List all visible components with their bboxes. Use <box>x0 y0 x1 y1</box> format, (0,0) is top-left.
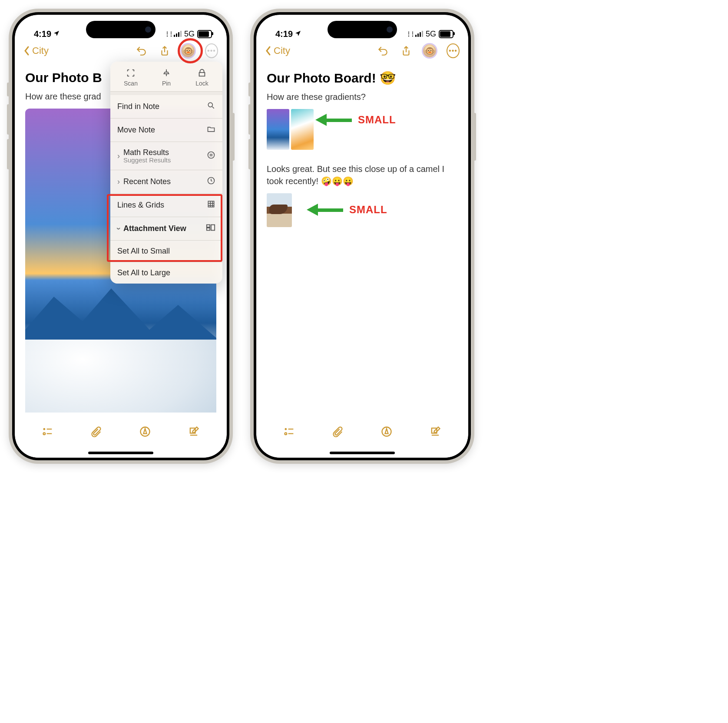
svg-point-7 <box>43 428 46 430</box>
svg-rect-6 <box>211 225 215 231</box>
menu-lock[interactable]: Lock <box>184 68 220 87</box>
battery-icon <box>439 30 453 38</box>
menu-set-all-large[interactable]: Set All to Large <box>110 262 222 284</box>
attachment-icon[interactable] <box>331 424 345 439</box>
note-image-small[interactable] <box>291 109 314 150</box>
battery-icon <box>197 30 212 38</box>
folder-icon <box>207 125 215 135</box>
svg-point-8 <box>43 432 46 435</box>
location-icon <box>53 29 60 39</box>
search-icon <box>207 101 215 112</box>
svg-rect-5 <box>207 228 210 231</box>
checklist-icon[interactable] <box>282 424 297 439</box>
lock-icon <box>184 68 220 78</box>
menu-set-all-small[interactable]: Set All to Small <box>110 241 222 262</box>
thumbnail-row-2 <box>267 193 458 227</box>
svg-rect-4 <box>207 225 210 228</box>
mute-switch <box>7 83 10 96</box>
attachment-icon[interactable] <box>89 424 104 439</box>
mute-switch <box>248 83 251 96</box>
grid-icon <box>207 200 215 211</box>
note-title[interactable]: Our Photo Board! 🤓 <box>267 70 458 86</box>
attachment-view-icon <box>206 223 215 234</box>
volume-up-button <box>7 104 10 135</box>
volume-down-button <box>248 139 251 169</box>
menu-recent[interactable]: ›Recent Notes <box>110 170 222 194</box>
menu-move[interactable]: Move Note <box>110 119 222 142</box>
note-text-line[interactable]: Looks great. But see this close up of a … <box>267 163 458 187</box>
menu-math[interactable]: › Math Results Suggest Results <box>110 142 222 170</box>
markup-icon[interactable] <box>138 424 152 439</box>
menu-find[interactable]: Find in Note <box>110 95 222 119</box>
menu-lines-grids[interactable]: Lines & Grids <box>110 194 222 217</box>
svg-point-10 <box>285 428 287 430</box>
compose-icon[interactable] <box>428 424 443 439</box>
svg-rect-3 <box>208 201 214 207</box>
chevron-right-icon: › <box>117 152 120 161</box>
location-icon <box>295 29 301 39</box>
scan-icon <box>113 68 149 78</box>
checklist-icon[interactable] <box>40 424 55 439</box>
note-body: Our Photo Board! 🤓 How are these gradien… <box>256 66 468 419</box>
chevron-down-icon: › <box>114 228 123 230</box>
status-time: 4:19 <box>275 29 293 39</box>
pin-icon <box>149 68 184 78</box>
note-image-small[interactable] <box>267 109 289 150</box>
volume-down-button <box>7 139 10 169</box>
menu-pin[interactable]: Pin <box>149 68 184 87</box>
markup-icon[interactable] <box>379 424 394 439</box>
svg-point-11 <box>285 432 287 435</box>
menu-attachment-view[interactable]: ›Attachment View <box>110 217 222 241</box>
network-label: 5G <box>184 30 195 39</box>
phone-right: 4:19 5G City <box>250 9 474 464</box>
equals-icon <box>207 151 215 162</box>
compose-icon[interactable] <box>186 424 201 439</box>
phone-left: 4:19 5G City <box>9 9 233 464</box>
bottom-toolbar <box>256 413 468 458</box>
chevron-right-icon: › <box>117 177 120 186</box>
note-text-line[interactable]: How are these gradients? <box>267 91 458 103</box>
more-menu: Scan Pin Lock Find in Note Move Note <box>110 62 222 284</box>
dynamic-island <box>86 21 156 38</box>
signal-icon <box>406 31 423 37</box>
clock-icon <box>207 176 215 187</box>
dynamic-island <box>328 21 397 38</box>
home-indicator[interactable] <box>88 452 153 454</box>
note-image-small[interactable] <box>267 193 292 227</box>
svg-point-1 <box>208 152 215 158</box>
thumbnail-row-1 <box>267 109 458 150</box>
signal-icon <box>165 31 182 37</box>
bottom-toolbar <box>15 413 227 458</box>
home-indicator[interactable] <box>330 452 395 454</box>
volume-up-button <box>248 104 251 135</box>
svg-point-0 <box>208 102 212 107</box>
network-label: 5G <box>426 30 436 39</box>
power-button <box>473 113 476 161</box>
menu-scan[interactable]: Scan <box>113 68 149 87</box>
status-time: 4:19 <box>34 29 51 39</box>
power-button <box>232 113 235 161</box>
